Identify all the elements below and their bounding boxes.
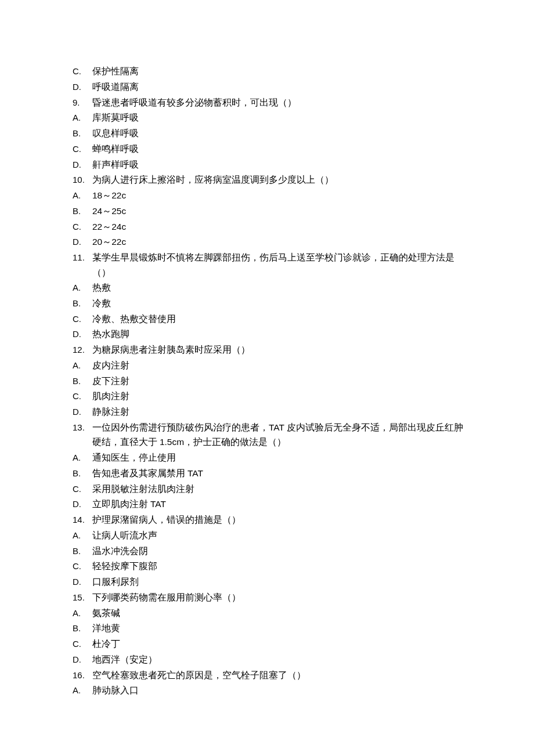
option-text: 立即肌肉注射 TAT (92, 497, 464, 512)
option-letter: A. (73, 529, 92, 543)
option-text: 叹息样呼吸 (92, 126, 464, 141)
option-text: 静脉注射 (92, 404, 464, 419)
option-item: C.杜冷丁 (73, 636, 464, 652)
option-text: 18～22c (92, 188, 464, 203)
option-item: A.皮内注射 (73, 358, 464, 373)
option-text: 保护性隔离 (92, 64, 464, 79)
option-item: A.热敷 (73, 280, 464, 295)
option-item: A.肺动脉入口 (73, 683, 464, 698)
question-number: 16. (73, 668, 92, 683)
option-item: C.采用脱敏注射法肌肉注射 (73, 482, 464, 497)
option-item: C.蝉鸣样呼吸 (73, 142, 464, 157)
option-letter: C. (73, 389, 92, 404)
option-letter: C. (73, 142, 92, 157)
question-text: 下列哪类药物需在服用前测心率（） (92, 590, 464, 605)
option-letter: D. (73, 235, 92, 249)
option-letter: A. (73, 281, 92, 295)
question-item: 16.空气栓塞致患者死亡的原因是，空气栓子阻塞了（） (73, 668, 464, 683)
option-letter: C. (73, 559, 92, 574)
option-letter: C. (73, 637, 92, 652)
question-text: 某学生早晨锻炼时不慎将左脚踝部扭伤，伤后马上送至学校门诊就诊，正确的处理方法是（… (92, 250, 464, 280)
option-item: B.温水冲洗会阴 (73, 544, 464, 559)
option-letter: D. (73, 405, 92, 419)
option-letter: B. (73, 204, 92, 219)
option-text: 肺动脉入口 (92, 683, 464, 698)
option-letter: D. (73, 80, 92, 95)
question-item: 10.为病人进行床上擦浴时，应将病室温度调到多少度以上（） (73, 172, 464, 187)
option-item: C.轻轻按摩下腹部 (73, 559, 464, 574)
option-item: D.口服利尿剂 (73, 574, 464, 589)
option-letter: A. (73, 111, 92, 125)
option-text: 告知患者及其家属禁用 TAT (92, 466, 464, 481)
option-text: 20～22c (92, 234, 464, 249)
question-text: 空气栓塞致患者死亡的原因是，空气栓子阻塞了（） (92, 668, 464, 683)
option-letter: B. (73, 126, 92, 141)
question-number: 14. (73, 513, 92, 527)
option-letter: C. (73, 64, 92, 79)
option-item: D.热水跑脚 (73, 327, 464, 342)
option-text: 地西泮（安定） (92, 652, 464, 667)
option-letter: D. (73, 497, 92, 512)
option-item: D.静脉注射 (73, 404, 464, 419)
option-item: B.皮下注射 (73, 374, 464, 389)
option-item: A.氨茶碱 (73, 606, 464, 621)
option-text: 冷敷 (92, 296, 464, 311)
option-letter: B. (73, 374, 92, 389)
option-item: A.18～22c (73, 188, 464, 203)
option-letter: A. (73, 606, 92, 621)
option-item: A.通知医生，停止使用 (73, 450, 464, 465)
option-text: 轻轻按摩下腹部 (92, 559, 464, 574)
option-item: B.叹息样呼吸 (73, 126, 464, 141)
question-item: 14.护理尿潴留病人，错误的措施是（） (73, 512, 464, 527)
option-letter: A. (73, 359, 92, 373)
question-item: 12.为糖尿病患者注射胰岛素时应采用（） (73, 342, 464, 357)
question-number: 10. (73, 173, 92, 187)
option-text: 冷敷、热敷交替使用 (92, 312, 464, 327)
question-item: 9.昏迷患者呼吸道有较多分泌物蓄积时，可出现（） (73, 95, 464, 110)
option-text: 库斯莫呼吸 (92, 110, 464, 125)
option-text: 温水冲洗会阴 (92, 544, 464, 559)
option-text: 蝉鸣样呼吸 (92, 142, 464, 157)
option-letter: A. (73, 451, 92, 465)
option-item: D.20～22c (73, 234, 464, 249)
option-text: 口服利尿剂 (92, 574, 464, 589)
option-letter: C. (73, 312, 92, 327)
question-number: 15. (73, 591, 92, 605)
option-text: 肌肉注射 (92, 389, 464, 404)
option-item: B.24～25c (73, 204, 464, 219)
option-item: D.呼吸道隔离 (73, 79, 464, 95)
option-text: 热水跑脚 (92, 327, 464, 342)
option-text: 鼾声样呼吸 (92, 157, 464, 172)
option-text: 热敷 (92, 280, 464, 295)
option-text: 24～25c (92, 204, 464, 219)
option-item: D.鼾声样呼吸 (73, 157, 464, 172)
option-item: D.地西泮（安定） (73, 652, 464, 667)
option-letter: C. (73, 482, 92, 497)
question-number: 13. (73, 421, 92, 435)
option-letter: D. (73, 575, 92, 589)
question-text: 昏迷患者呼吸道有较多分泌物蓄积时，可出现（） (92, 95, 464, 110)
question-number: 9. (73, 96, 92, 110)
option-item: B.洋地黄 (73, 621, 464, 636)
exam-questions: C.保护性隔离D.呼吸道隔离9.昏迷患者呼吸道有较多分泌物蓄积时，可出现（）A.… (73, 64, 464, 698)
option-text: 22～24c (92, 219, 464, 234)
question-text: 一位因外伤需进行预防破伤风治疗的患者，TAT 皮内试验后无全身不适，局部出现皮丘… (92, 420, 464, 450)
question-text: 为病人进行床上擦浴时，应将病室温度调到多少度以上（） (92, 172, 464, 187)
option-text: 杜冷丁 (92, 636, 464, 652)
option-text: 皮下注射 (92, 374, 464, 389)
question-item: 15.下列哪类药物需在服用前测心率（） (73, 590, 464, 605)
question-text: 为糖尿病患者注射胰岛素时应采用（） (92, 342, 464, 357)
option-text: 采用脱敏注射法肌肉注射 (92, 482, 464, 497)
option-letter: D. (73, 158, 92, 172)
option-item: A.让病人听流水声 (73, 528, 464, 543)
option-letter: A. (73, 683, 92, 698)
option-text: 呼吸道隔离 (92, 79, 464, 95)
option-letter: D. (73, 653, 92, 667)
option-text: 洋地黄 (92, 621, 464, 636)
option-item: C.保护性隔离 (73, 64, 464, 79)
question-item: 13.一位因外伤需进行预防破伤风治疗的患者，TAT 皮内试验后无全身不适，局部出… (73, 420, 464, 450)
option-letter: B. (73, 544, 92, 559)
option-text: 皮内注射 (92, 358, 464, 373)
option-letter: D. (73, 327, 92, 342)
option-item: D.立即肌肉注射 TAT (73, 497, 464, 512)
